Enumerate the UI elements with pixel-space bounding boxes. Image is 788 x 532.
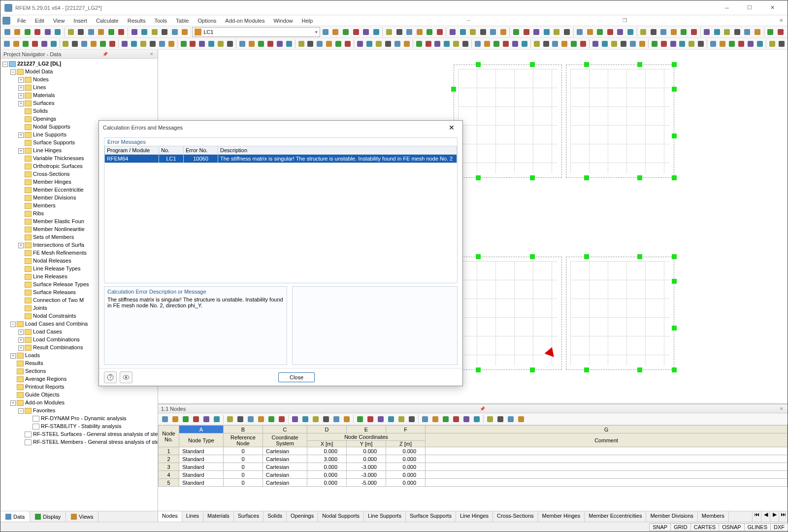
table-tab[interactable]: Member Hinges: [538, 511, 585, 522]
toolbar-icon[interactable]: [532, 39, 541, 49]
toolbar-icon[interactable]: [495, 414, 505, 424]
toolbar-icon[interactable]: [2, 39, 11, 49]
toolbar-icon[interactable]: [396, 414, 406, 424]
table-row[interactable]: 3Standard0Cartesian0.000-3.0000.000: [159, 463, 788, 471]
toolbar-icon[interactable]: [374, 39, 383, 49]
toolbar-icon[interactable]: [315, 39, 324, 49]
tree-item[interactable]: Line Supports: [33, 132, 66, 137]
toolbar-icon[interactable]: [448, 27, 458, 37]
model-node[interactable]: [584, 254, 589, 259]
status-dxf[interactable]: DXF: [770, 523, 788, 531]
toolbar-icon[interactable]: [732, 27, 742, 37]
toolbar-icon[interactable]: [458, 27, 468, 37]
table-tab[interactable]: Cross-Sections: [493, 511, 538, 522]
table-tab[interactable]: Line Hinges: [456, 511, 493, 522]
toolbar-icon[interactable]: [89, 39, 98, 49]
model-node[interactable]: [451, 87, 456, 92]
tree-item[interactable]: Result Combinations: [33, 344, 83, 350]
navigator-tab-display[interactable]: Display: [30, 511, 66, 522]
toolbar-icon[interactable]: [150, 27, 160, 37]
maximize-button[interactable]: ☐: [738, 1, 761, 15]
table-row[interactable]: 2Standard0Cartesian3.0000.0000.000: [159, 455, 788, 463]
tree-item[interactable]: Nodes: [33, 76, 49, 82]
model-node[interactable]: [476, 367, 481, 372]
toolbar-icon[interactable]: [306, 39, 315, 49]
toolbar-icon[interactable]: [689, 27, 699, 37]
toolbar-icon[interactable]: [207, 39, 216, 49]
toolbar-icon[interactable]: [569, 39, 578, 49]
toolbar-icon[interactable]: [140, 27, 150, 37]
toolbar-icon[interactable]: [483, 39, 492, 49]
toolbar-icon[interactable]: [266, 39, 275, 49]
toolbar-icon[interactable]: [678, 39, 687, 49]
toolbar-icon[interactable]: [435, 27, 445, 37]
tree-item[interactable]: Member Elastic Foun: [33, 218, 84, 224]
tree-item[interactable]: RF-STABILITY - Stability analysis: [41, 423, 121, 429]
toolbar-icon[interactable]: [290, 414, 300, 424]
toolbar-icon[interactable]: [351, 27, 361, 37]
toolbar-icon[interactable]: [148, 39, 157, 49]
model-node[interactable]: [637, 62, 642, 67]
tree-item[interactable]: Nodal Supports: [33, 124, 70, 130]
toolbar-icon[interactable]: [542, 39, 551, 49]
toolbar-icon[interactable]: [679, 27, 689, 37]
tree-item[interactable]: Member Eccentricitie: [33, 187, 84, 193]
toolbar-icon[interactable]: [311, 414, 321, 424]
tree-item[interactable]: Sets of Members: [33, 234, 74, 240]
toolbar-icon[interactable]: [415, 27, 425, 37]
toolbar-icon[interactable]: [591, 39, 600, 49]
toolbar-icon[interactable]: [98, 39, 107, 49]
tree-item[interactable]: Solids: [33, 108, 48, 114]
table-tab[interactable]: Nodal Supports: [318, 511, 364, 522]
toolbar-icon[interactable]: [472, 414, 482, 424]
toolbar-icon[interactable]: [650, 39, 659, 49]
col-B[interactable]: B: [224, 426, 263, 433]
toolbar-icon[interactable]: [425, 27, 434, 37]
toolbar-icon[interactable]: [106, 27, 116, 37]
table-tab[interactable]: Member Eccentricities: [585, 511, 646, 522]
navigator-pin-icon[interactable]: 📌: [101, 52, 109, 57]
menu-view[interactable]: View: [49, 17, 69, 25]
toolbar-icon[interactable]: [158, 39, 166, 49]
col-node-no[interactable]: NodeNo.: [159, 426, 179, 447]
toolbar-icon[interactable]: [170, 414, 180, 424]
toolbar-icon[interactable]: [551, 39, 560, 49]
close-window-button[interactable]: ✕: [761, 1, 784, 15]
toolbar-icon[interactable]: [727, 39, 736, 49]
mdi-close-icon[interactable]: ✕: [777, 17, 786, 25]
toolbar-icon[interactable]: [130, 27, 139, 37]
toolbar-icon[interactable]: [605, 27, 615, 37]
table-tab[interactable]: Surfaces: [234, 511, 263, 522]
menu-window[interactable]: Window: [269, 17, 296, 25]
toolbar-icon[interactable]: [343, 39, 352, 49]
tree-item[interactable]: Materials: [33, 92, 55, 98]
tree-item[interactable]: Ribs: [33, 210, 44, 216]
toolbar-icon[interactable]: [365, 414, 375, 424]
tree-item[interactable]: Nodal Constraints: [33, 313, 76, 319]
tree-item[interactable]: Surface Releases: [33, 289, 76, 295]
toolbar-icon[interactable]: [361, 27, 371, 37]
tree-item[interactable]: Surface Release Types: [33, 281, 89, 287]
toolbar-icon[interactable]: [80, 39, 89, 49]
model-node[interactable]: [672, 133, 677, 138]
toolbar-icon[interactable]: [256, 414, 266, 424]
toolbar-icon[interactable]: [275, 39, 284, 49]
toolbar-icon[interactable]: [86, 27, 96, 37]
tree-item[interactable]: Connection of Two M: [33, 297, 84, 303]
tree-favorites[interactable]: Favorites: [33, 407, 55, 413]
toolbar-icon[interactable]: [516, 414, 526, 424]
toolbar-icon[interactable]: [31, 39, 39, 49]
tree-item[interactable]: Member Hinges: [33, 179, 71, 185]
model-node[interactable]: [637, 175, 642, 180]
toolbar-icon[interactable]: [687, 39, 696, 49]
toolbar-icon[interactable]: [585, 27, 595, 37]
toolbar-icon[interactable]: [511, 39, 520, 49]
table-tab[interactable]: Line Supports: [364, 511, 406, 522]
tree-item[interactable]: RF-STEEL Members - General stress analys…: [33, 439, 158, 445]
tree-item[interactable]: Guide Objects: [25, 392, 60, 398]
toolbar-icon[interactable]: [342, 414, 352, 424]
toolbar-icon[interactable]: [23, 27, 33, 37]
toolbar-icon[interactable]: [511, 27, 521, 37]
toolbar-icon[interactable]: [488, 27, 498, 37]
tree-item[interactable]: FE Mesh Refinements: [33, 250, 87, 256]
